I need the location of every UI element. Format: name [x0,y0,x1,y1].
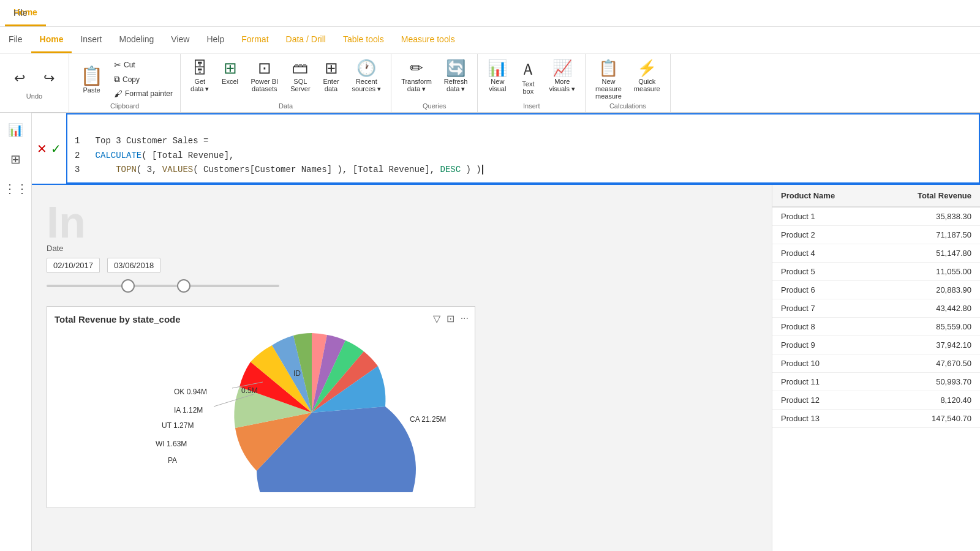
revenue-cell: 35,838.30 [876,207,980,226]
refresh-data-button[interactable]: 🔄 Refresh data ▾ [439,56,473,96]
date-section: Date 02/10/2017 03/06/2018 [47,244,757,294]
product-name-cell: Product 12 [772,391,876,410]
enter-data-button[interactable]: ⊞ Enter data [318,56,345,95]
new-measure-button[interactable]: 📋 New measure measure [590,56,627,102]
product-name-cell: Product 8 [772,318,876,336]
chart-container: Total Revenue by state_code ▽ ⊡ ··· [47,306,475,508]
svg-text:IA 1.12M: IA 1.12M [174,406,203,414]
revenue-cell: 8,120.40 [876,391,980,410]
pie-chart-svg: CA 21.25M ID OK 0.94M 0.5M IA 1.12M UT 1… [55,327,459,492]
tab-data-drill[interactable]: Data / Drill [277,27,334,53]
formula-bar: ✕ ✓ 1 Top 3 Customer Sales =2 CALCULATE(… [32,113,980,185]
report-view-icon[interactable]: 📊 [4,118,28,142]
revenue-cell: 47,670.50 [876,354,980,373]
redo-button[interactable]: ↪ [36,67,62,90]
slider-right-handle[interactable] [177,279,190,293]
tab-format[interactable]: Format [233,27,277,53]
formula-line1: 1 [75,136,96,146]
chart-filter-icon[interactable]: ▽ [433,313,440,324]
tab-table-tools[interactable]: Table tools [334,27,393,53]
svg-text:OK 0.94M: OK 0.94M [174,388,207,396]
table-row: Product 8 85,559.00 [772,318,980,336]
get-data-button[interactable]: 🗄 Get data ▾ [186,56,214,96]
svg-text:0.5M: 0.5M [241,386,258,395]
copy-button[interactable]: ⧉ Copy [111,73,175,86]
revenue-cell: 11,055.00 [876,263,980,281]
formula-editor[interactable]: 1 Top 3 Customer Sales =2 CALCULATE( [To… [66,113,980,184]
undo-button[interactable]: ↩ [6,67,33,90]
data-group-label: Data [186,102,386,110]
product-name-cell: Product 6 [772,281,876,299]
table-row: Product 6 20,883.90 [772,281,980,299]
table-row: Product 7 43,442.80 [772,299,980,318]
revenue-cell: 51,147.80 [876,244,980,263]
total-revenue-header: Total Revenue [876,185,980,207]
product-name-cell: Product 2 [772,226,876,244]
formula-line3: 3 [75,165,116,174]
table-row: Product 2 71,187.50 [772,226,980,244]
product-name-header: Product Name [772,185,876,207]
canvas-placeholder: In [47,197,757,234]
excel-button[interactable]: ⊞ Excel [217,56,244,88]
product-name-cell: Product 13 [772,410,876,428]
table-row: Product 10 47,670.50 [772,354,980,373]
revenue-cell: 50,993.70 [876,373,980,391]
table-row: Product 4 51,147.80 [772,244,980,263]
tab-home[interactable]: Home [31,27,72,53]
revenue-cell: 147,540.70 [876,410,980,428]
table-row: Product 13 147,540.70 [772,410,980,428]
right-panel: Product Name Total Revenue Product 1 35,… [772,185,980,551]
quick-measure-button[interactable]: ⚡ Quick measure [629,56,665,95]
tab-file[interactable]: File [0,27,31,53]
formula-cancel-button[interactable]: ✕ [37,141,47,156]
product-name-cell: Product 10 [772,354,876,373]
svg-text:CA 21.25M: CA 21.25M [410,415,446,424]
recent-sources-button[interactable]: 🕐 Recent sources ▾ [347,56,386,96]
calculations-group-label: Calculations [590,102,665,110]
clipboard-group-label: Clipboard [74,102,175,110]
model-view-icon[interactable]: ⋮⋮ [4,176,28,201]
sidebar: 📊 ⊞ ⋮⋮ [0,113,32,551]
table-row: Product 12 8,120.40 [772,391,980,410]
sql-server-button[interactable]: 🗃 SQL Server [285,56,315,95]
insert-group-label: Insert [483,102,580,110]
chart-expand-icon[interactable]: ⊡ [447,313,454,324]
revenue-cell: 71,187.50 [876,226,980,244]
power-bi-datasets-button[interactable]: ⊡ Power BI datasets [246,56,284,95]
chart-more-icon[interactable]: ··· [461,313,469,324]
new-visual-button[interactable]: 📊 New visual [483,56,512,95]
date-label: Date [47,244,757,253]
product-name-cell: Product 4 [772,244,876,263]
tab-help[interactable]: Help [198,27,233,53]
start-date-input[interactable]: 02/10/2017 [47,258,100,273]
format-painter-button[interactable]: 🖌 Format painter [111,88,175,100]
table-row: Product 1 35,838.30 [772,207,980,226]
svg-text:ID: ID [293,369,301,378]
svg-text:PA: PA [168,456,177,465]
tab-modeling[interactable]: Modeling [110,27,162,53]
table-row: Product 5 11,055.00 [772,263,980,281]
formula-line2: 2 [75,151,96,160]
cut-button[interactable]: ✂ Cut [111,59,175,71]
transform-data-button[interactable]: ✏ Transform data ▾ [396,56,437,96]
slider-left-handle[interactable] [121,279,135,293]
table-row: Product 9 37,942.10 [772,336,980,354]
more-visuals-button[interactable]: 📈 More visuals ▾ [544,56,580,96]
undo-group-label: Undo [26,92,42,100]
tab-measure-tools[interactable]: Measure tools [393,27,464,53]
product-name-cell: Product 5 [772,263,876,281]
data-view-icon[interactable]: ⊞ [4,147,28,171]
revenue-cell: 43,442.80 [876,299,980,318]
paste-button[interactable]: 📋 Paste [74,56,109,102]
tab-view[interactable]: View [162,27,198,53]
formula-confirm-button[interactable]: ✓ [51,141,61,156]
svg-text:UT 1.27M: UT 1.27M [162,421,194,430]
end-date-input[interactable]: 03/06/2018 [107,258,160,273]
tab-insert[interactable]: Insert [72,27,110,53]
revenue-cell: 85,559.00 [876,318,980,336]
tab-file[interactable]: File [5,0,36,27]
svg-text:WI 1.63M: WI 1.63M [156,440,187,448]
revenue-cell: 37,942.10 [876,336,980,354]
product-table: Product Name Total Revenue Product 1 35,… [772,185,980,428]
text-box-button[interactable]: Ａ Text box [514,56,541,97]
